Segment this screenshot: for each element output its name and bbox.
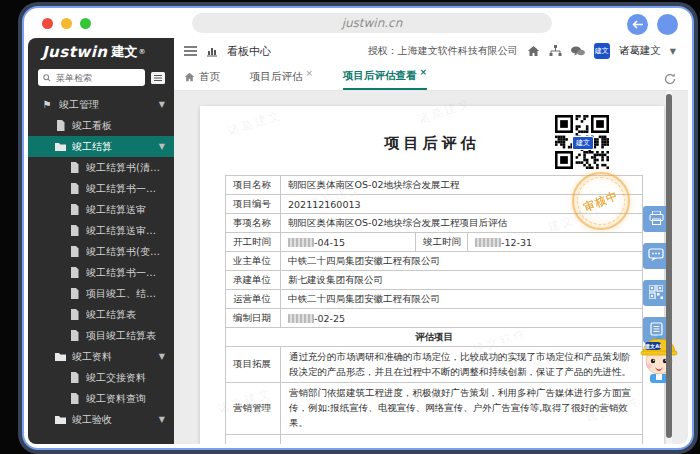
- svg-text:建文AI: 建文AI: [644, 343, 661, 350]
- url-bar[interactable]: justwin.cn: [192, 13, 552, 33]
- field-value: 中铁二十四局集团安徽工程有限公司: [281, 252, 643, 271]
- sidebar-item-label: 竣工结算书一览(变更单…: [86, 266, 165, 280]
- sidebar-item-label: 竣工结算送审: [86, 203, 146, 217]
- vertical-scrollbar[interactable]: [666, 91, 672, 444]
- kanban-center-link[interactable]: 看板中心: [227, 44, 271, 59]
- main-area: 看板中心 授权：上海建文软件科技有限公司 建文 诸葛建文 ▼: [174, 38, 688, 444]
- sidebar-item[interactable]: ⚑竣工管理▼: [28, 94, 174, 115]
- doc-icon: [68, 288, 80, 299]
- close-icon[interactable]: ×: [420, 67, 428, 77]
- sidebar-item[interactable]: 竣工结算书(变更单模式): [28, 241, 174, 262]
- field-value: -12-31: [468, 233, 643, 252]
- field-label: 事项名称: [226, 214, 281, 233]
- sidebar-item[interactable]: 项目竣工、结算情况表: [28, 283, 174, 304]
- tab-项目后评估[interactable]: 项目后评估×: [250, 64, 313, 90]
- sidebar-item[interactable]: 竣工结算▼: [28, 136, 174, 157]
- sidebar-item[interactable]: 竣工结算送审一览: [28, 220, 174, 241]
- url-text: justwin.cn: [342, 16, 403, 30]
- sidebar-item-label: 竣工结算表: [86, 308, 136, 322]
- sidebar-item-label: 竣工结算: [72, 140, 112, 154]
- chat-bubbles-icon: [571, 46, 585, 57]
- sidebar-item[interactable]: 竣工验收▼: [28, 409, 174, 430]
- sidebar-item[interactable]: 竣工结算送审: [28, 199, 174, 220]
- sidebar-item[interactable]: 竣工资料▼: [28, 346, 174, 367]
- field-label: 项目名称: [226, 176, 281, 195]
- field-label: 营销管理: [226, 383, 281, 434]
- collapse-sidebar-icon[interactable]: [184, 46, 197, 56]
- menu-search-input[interactable]: [54, 72, 140, 84]
- sidebar-item[interactable]: 竣工看板: [28, 115, 174, 136]
- doc-icon: [68, 204, 80, 215]
- doc-icon: [68, 372, 80, 383]
- refresh-tab-button[interactable]: [664, 70, 676, 89]
- folder-icon: [54, 142, 66, 151]
- user-avatar[interactable]: 建文: [594, 43, 610, 59]
- chevron-down-icon[interactable]: ▼: [159, 415, 165, 424]
- sidebar-item[interactable]: 竣工结算书一览(变更单…: [28, 262, 174, 283]
- qrcode-icon: [649, 284, 663, 303]
- field-value: 中铁二十四局集团安徽工程有限公司: [281, 290, 643, 309]
- registered-mark: ®: [139, 48, 146, 56]
- chevron-down-icon[interactable]: ▼: [159, 100, 165, 109]
- doc-icon: [68, 246, 80, 257]
- sidebar-menu: ⚑竣工管理▼竣工看板竣工结算▼竣工结算书(清单模式)竣工结算书一览(清单模…竣工…: [28, 94, 174, 444]
- arrow-left-icon: [632, 20, 643, 29]
- field-value: -02-25: [281, 309, 643, 328]
- table-row: 项目拓展通过充分的市场调研和准确的市场定位，比较成功的实现了市场定位和产品策划阶…: [226, 347, 643, 383]
- circle-button[interactable]: [657, 14, 678, 35]
- stamp-text: 审核中: [582, 187, 621, 214]
- field-value: 营销部门依据建筑工程进度，积极做好广告策划，利用多种广告媒体进行多方面宣传，例如…: [281, 383, 643, 434]
- tab-label: 项目后评估: [250, 70, 303, 84]
- sidebar-item[interactable]: 竣工结算书一览(清单模…: [28, 178, 174, 199]
- close-window-icon[interactable]: [42, 18, 53, 29]
- sidebar-item[interactable]: 竣工结算表: [28, 304, 174, 325]
- messages-button[interactable]: [571, 46, 585, 57]
- sidebar-item-label: 竣工结算送审一览: [86, 224, 165, 238]
- close-icon[interactable]: ×: [306, 68, 314, 78]
- chevron-down-icon[interactable]: ▼: [670, 47, 676, 56]
- minimize-window-icon[interactable]: [61, 18, 72, 29]
- field-label: 开工时间: [226, 233, 281, 252]
- doc-icon: [68, 162, 80, 173]
- logo-text-en: Justwin: [42, 43, 108, 61]
- traffic-lights: [42, 18, 91, 29]
- sidebar-item[interactable]: 竣工结算书(清单模式): [28, 157, 174, 178]
- back-button[interactable]: [627, 14, 648, 35]
- qr-center-logo: 建文: [572, 136, 594, 150]
- mascot-icon: 建文AI: [638, 331, 680, 385]
- tab-项目后评估查看[interactable]: 项目后评估查看×: [343, 64, 427, 90]
- tabs-container: 首页项目后评估×项目后评估查看×: [184, 64, 457, 90]
- doc-icon: [68, 267, 80, 278]
- menu-search-box[interactable]: [38, 69, 145, 86]
- org-structure-button[interactable]: [549, 45, 562, 57]
- doc-icon: [68, 183, 80, 194]
- tab-label: 项目后评估查看: [343, 69, 417, 83]
- table-row: 运营单位中铁二十四局集团安徽工程有限公司: [226, 290, 643, 309]
- dashboard-chart-icon: [206, 46, 218, 57]
- license-text: 授权：上海建文软件科技有限公司: [368, 44, 518, 58]
- sidebar: Justwin 建文 ® ⚑竣工管理▼竣工看板竣工结算▼竣工结算书(清单模式)竣…: [28, 38, 174, 444]
- sidebar-item[interactable]: 项目竣工结算表: [28, 325, 174, 346]
- field-label: 运营单位: [226, 290, 281, 309]
- sidebar-item-label: 项目竣工结算表: [86, 329, 156, 343]
- browser-window: justwin.cn Justwin 建文 ®: [22, 6, 694, 450]
- sidebar-item[interactable]: 竣工资料查询: [28, 388, 174, 409]
- field-value: -04-15: [281, 233, 416, 252]
- ai-assistant-mascot[interactable]: 建文AI: [638, 331, 680, 385]
- field-label: [226, 434, 281, 444]
- chevron-down-icon[interactable]: ▼: [159, 142, 165, 151]
- menu-list-toggle-button[interactable]: [150, 71, 166, 85]
- table-row: 营销管理营销部门依据建筑工程进度，积极做好广告策划，利用多种广告媒体进行多方面宣…: [226, 383, 643, 434]
- scrollbar-thumb[interactable]: [666, 94, 672, 438]
- top-bar: 看板中心 授权：上海建文软件科技有限公司 建文 诸葛建文 ▼: [174, 38, 688, 64]
- sidebar-item[interactable]: 竣工交接资料: [28, 367, 174, 388]
- chevron-down-icon[interactable]: ▼: [159, 352, 165, 361]
- username[interactable]: 诸葛建文: [619, 44, 661, 58]
- tab-bar: 首页项目后评估×项目后评估查看×: [174, 64, 688, 91]
- home-button[interactable]: [527, 45, 540, 57]
- maximize-window-icon[interactable]: [80, 18, 91, 29]
- tab-首页[interactable]: 首页: [184, 64, 220, 90]
- sidebar-item-label: 竣工验收: [72, 413, 112, 427]
- comment-icon: [648, 247, 664, 266]
- sitemap-icon: [549, 45, 562, 57]
